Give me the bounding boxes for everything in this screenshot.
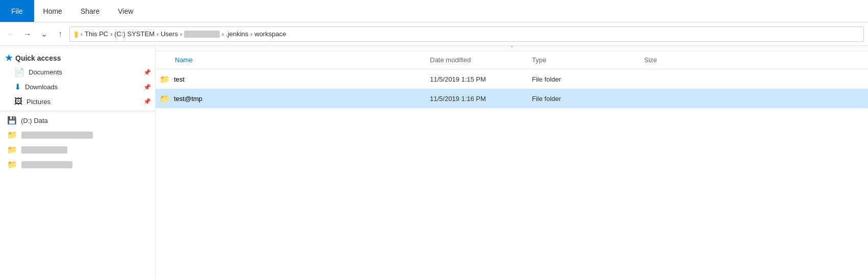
file-row-testtmp[interactable]: 📁 test@tmp 11/5/2019 1:16 PM File folder bbox=[156, 89, 868, 108]
blurred-label-2 bbox=[21, 146, 67, 154]
pictures-icon: 🖼 bbox=[14, 97, 22, 106]
col-header-type[interactable]: Type bbox=[532, 56, 644, 64]
sidebar-item-downloads[interactable]: ⬇ Downloads 📌 bbox=[0, 80, 155, 94]
pin-icon-documents: 📌 bbox=[143, 69, 151, 76]
file-date-test: 11/5/2019 1:15 PM bbox=[430, 75, 532, 83]
doc-icon: 📄 bbox=[14, 67, 24, 77]
ribbon-tab-home[interactable]: Home bbox=[34, 0, 71, 22]
col-header-size[interactable]: Size bbox=[644, 56, 864, 64]
path-thispc: This PC bbox=[85, 30, 108, 38]
blurred-folder-icon-1: 📁 bbox=[7, 130, 17, 140]
ribbon: File Home Share View bbox=[0, 0, 868, 22]
blurred-folder-icon-2: 📁 bbox=[7, 145, 17, 155]
file-label-test: test bbox=[174, 75, 185, 83]
path-folder-icon: ▮ bbox=[74, 29, 79, 39]
path-workspace: workspace bbox=[254, 30, 286, 38]
sidebar-item-blurred-1: 📁 bbox=[0, 128, 155, 142]
forward-button[interactable]: → bbox=[20, 27, 35, 41]
sidebar-item-blurred-2: 📁 bbox=[0, 142, 155, 157]
quick-access-label: Quick access bbox=[15, 54, 61, 62]
path-drive: (C:) SYSTEM bbox=[114, 30, 155, 38]
sidebar-downloads-label: Downloads bbox=[25, 83, 58, 91]
sidebar-item-blurred-3: 📁 bbox=[0, 157, 155, 172]
sidebar-drive-label: (D:) Data bbox=[21, 117, 48, 124]
sidebar-separator bbox=[0, 111, 155, 111]
file-date-testtmp: 11/5/2019 1:16 PM bbox=[430, 95, 532, 103]
folder-icon-testtmp: 📁 bbox=[160, 94, 170, 104]
file-name-test: 📁 test bbox=[160, 74, 430, 84]
blurred-folder-icon-3: 📁 bbox=[7, 160, 17, 169]
path-username bbox=[184, 31, 220, 38]
ribbon-tab-share[interactable]: Share bbox=[71, 0, 109, 22]
star-icon: ★ bbox=[5, 53, 12, 63]
col-header-name[interactable]: Name bbox=[160, 56, 430, 64]
recent-locations-button[interactable]: ⌄ bbox=[37, 27, 51, 41]
up-button[interactable]: ↑ bbox=[53, 27, 67, 41]
blurred-label-1 bbox=[21, 132, 93, 139]
folder-icon-test: 📁 bbox=[160, 74, 170, 84]
ribbon-tabs: Home Share View bbox=[34, 0, 143, 22]
drive-icon: 💾 bbox=[7, 116, 17, 125]
address-path[interactable]: ▮ › This PC › (C:) SYSTEM › Users › › .j… bbox=[69, 27, 864, 42]
file-type-testtmp: File folder bbox=[532, 95, 644, 103]
file-pane: ⌃ Name Date modified Type Size 📁 tes bbox=[156, 46, 868, 279]
sidebar-item-pictures[interactable]: 🖼 Pictures 📌 bbox=[0, 94, 155, 109]
pin-icon-pictures: 📌 bbox=[143, 98, 151, 105]
sidebar-documents-label: Documents bbox=[29, 68, 62, 76]
sidebar-item-documents[interactable]: 📄 Documents 📌 bbox=[0, 65, 155, 80]
col-header-date[interactable]: Date modified bbox=[430, 56, 532, 64]
ribbon-tab-view[interactable]: View bbox=[109, 0, 142, 22]
file-name-testtmp: 📁 test@tmp bbox=[160, 94, 430, 104]
blurred-label-3 bbox=[21, 161, 72, 168]
ribbon-file-tab[interactable]: File bbox=[0, 0, 34, 22]
file-type-test: File folder bbox=[532, 75, 644, 83]
file-row-test[interactable]: 📁 test 11/5/2019 1:15 PM File folder bbox=[156, 69, 868, 89]
sidebar-pictures-label: Pictures bbox=[27, 98, 50, 106]
back-button[interactable]: ← bbox=[4, 27, 18, 41]
path-users: Users bbox=[161, 30, 178, 38]
file-list: 📁 test 11/5/2019 1:15 PM File folder 📁 t… bbox=[156, 69, 868, 279]
sidebar-item-drive-d[interactable]: 💾 (D:) Data bbox=[0, 113, 155, 128]
downloads-icon: ⬇ bbox=[14, 82, 21, 92]
main-area: ★ Quick access 📄 Documents 📌 ⬇ Downloads… bbox=[0, 46, 868, 279]
quick-access-header[interactable]: ★ Quick access bbox=[0, 49, 155, 65]
column-headers: Name Date modified Type Size bbox=[156, 51, 868, 69]
address-bar: ← → ⌄ ↑ ▮ › This PC › (C:) SYSTEM › User… bbox=[0, 22, 868, 46]
file-label-testtmp: test@tmp bbox=[174, 95, 202, 103]
sidebar: ★ Quick access 📄 Documents 📌 ⬇ Downloads… bbox=[0, 46, 156, 279]
pin-icon-downloads: 📌 bbox=[143, 84, 151, 91]
path-jenkins: .jenkins bbox=[226, 30, 248, 38]
